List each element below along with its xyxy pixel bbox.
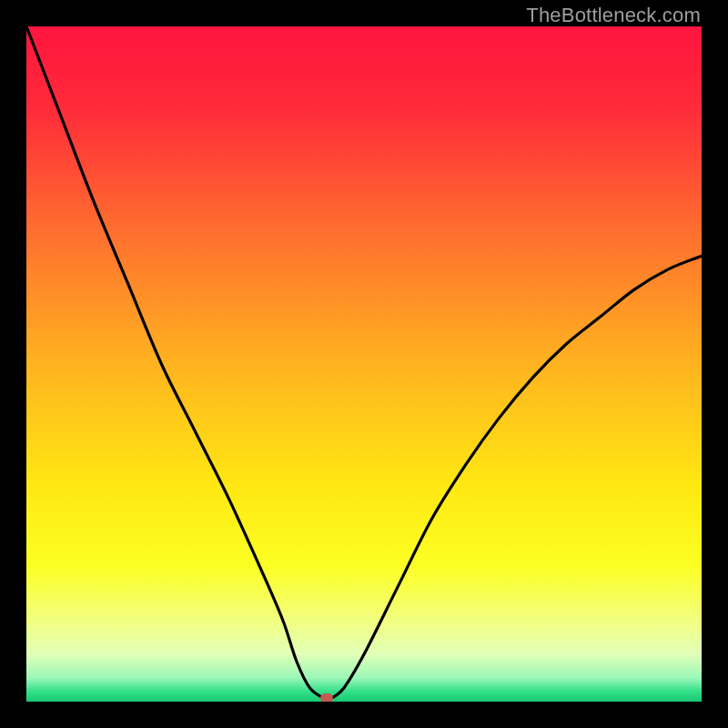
watermark-text: TheBottleneck.com — [526, 4, 701, 27]
bottleneck-curve — [26, 26, 702, 702]
chart-frame: TheBottleneck.com — [0, 0, 728, 728]
minimum-marker — [320, 693, 333, 702]
plot-area — [26, 26, 702, 702]
